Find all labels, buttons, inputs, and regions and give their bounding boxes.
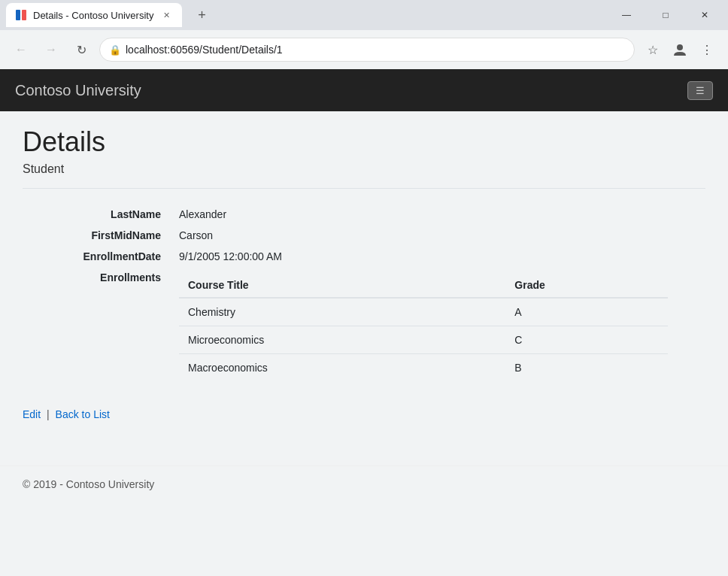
detail-table: LastName Alexander FirstMidName Carson E… <box>23 204 705 386</box>
enrollment-row: MacroeconomicsB <box>179 354 668 382</box>
enrollment-row: ChemistryA <box>179 298 668 326</box>
first-mid-label: FirstMidName <box>23 225 173 246</box>
enrollment-date-label: EnrollmentDate <box>23 246 173 267</box>
enrollment-grade: C <box>505 326 668 354</box>
edit-link[interactable]: Edit <box>23 408 41 420</box>
back-button[interactable]: ← <box>9 38 33 62</box>
page-title: Details <box>23 126 705 158</box>
enrollments-row: Enrollments Course Title Grade Chemistry… <box>23 267 705 386</box>
new-tab-button[interactable]: + <box>191 5 212 26</box>
site-navbar: Contoso University ☰ <box>0 69 728 111</box>
enrollments-value: Course Title Grade ChemistryAMicroeconom… <box>173 267 705 386</box>
enrollment-course: Chemistry <box>179 298 505 326</box>
enrollment-row: MicroeconomicsC <box>179 326 668 354</box>
page-content: Details Student LastName Alexander First… <box>0 111 728 450</box>
col-grade: Grade <box>505 273 668 298</box>
last-name-label: LastName <box>23 204 173 225</box>
enrollments-tbody: ChemistryAMicroeconomicsCMacroeconomicsB <box>179 298 668 381</box>
enrollments-table: Course Title Grade ChemistryAMicroeconom… <box>179 273 668 381</box>
forward-button[interactable]: → <box>39 38 63 62</box>
action-separator: | <box>47 408 50 420</box>
enrollments-label: Enrollments <box>23 267 173 386</box>
svg-rect-0 <box>16 10 20 20</box>
svg-rect-1 <box>22 10 26 20</box>
action-links: Edit | Back to List <box>23 408 705 420</box>
first-mid-value: Carson <box>173 225 705 246</box>
address-bar: ← → ↻ 🔒 localhost:60569/Student/Details/… <box>0 30 728 69</box>
menu-button[interactable]: ⋮ <box>695 38 719 62</box>
svg-point-2 <box>677 44 683 50</box>
tab-close-button[interactable]: ✕ <box>159 8 173 22</box>
minimize-button[interactable]: — <box>609 4 644 26</box>
maximize-button[interactable]: □ <box>648 4 683 26</box>
profile-button[interactable] <box>668 38 692 62</box>
window-controls: — □ ✕ <box>609 4 722 26</box>
site-brand: Contoso University <box>15 82 141 99</box>
enrollment-date-row: EnrollmentDate 9/1/2005 12:00:00 AM <box>23 246 705 267</box>
enrollment-course: Macroeconomics <box>179 354 505 382</box>
enrollment-grade: A <box>505 298 668 326</box>
refresh-button[interactable]: ↻ <box>69 38 93 62</box>
site-footer: © 2019 - Contoso University <box>0 465 728 502</box>
enrollments-thead: Course Title Grade <box>179 273 668 298</box>
page-subtitle: Student <box>23 162 705 176</box>
last-name-value: Alexander <box>173 204 705 225</box>
tab-title: Details - Contoso University <box>33 10 153 21</box>
divider <box>23 188 705 189</box>
enrollment-course: Microeconomics <box>179 326 505 354</box>
nav-toggle-button[interactable]: ☰ <box>687 81 713 100</box>
address-icons: ☆ ⋮ <box>641 38 719 62</box>
enrollment-grade: B <box>505 354 668 382</box>
favicon-icon <box>15 9 27 21</box>
browser-tab[interactable]: Details - Contoso University ✕ <box>6 3 182 27</box>
close-button[interactable]: ✕ <box>687 4 722 26</box>
enrollments-header-row: Course Title Grade <box>179 273 668 298</box>
first-mid-row: FirstMidName Carson <box>23 225 705 246</box>
enrollment-date-value: 9/1/2005 12:00:00 AM <box>173 246 705 267</box>
bookmark-button[interactable]: ☆ <box>641 38 665 62</box>
back-to-list-link[interactable]: Back to List <box>56 408 110 420</box>
lock-icon: 🔒 <box>109 44 121 56</box>
footer-text: © 2019 - Contoso University <box>23 478 154 490</box>
title-bar: Details - Contoso University ✕ + — □ ✕ <box>0 0 728 30</box>
url-bar[interactable]: 🔒 localhost:60569/Student/Details/1 <box>99 38 635 62</box>
person-icon <box>672 42 687 57</box>
last-name-row: LastName Alexander <box>23 204 705 225</box>
col-course-title: Course Title <box>179 273 505 298</box>
url-text: localhost:60569/Student/Details/1 <box>126 44 625 56</box>
